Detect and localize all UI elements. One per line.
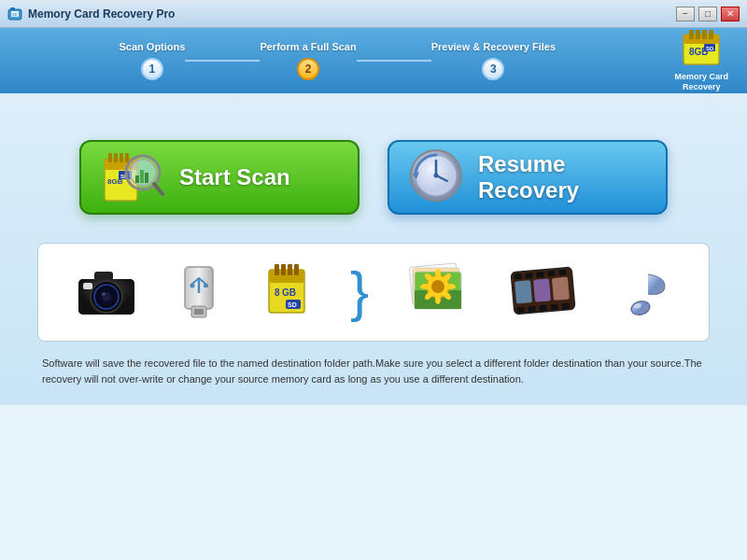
camera-icon [74, 262, 139, 322]
svg-rect-17 [120, 153, 123, 162]
photos-icon [403, 260, 473, 325]
logo-area: 8GB SD Memory CardRecovery [674, 30, 728, 92]
svg-rect-18 [125, 153, 129, 162]
svg-rect-15 [108, 153, 112, 162]
usb-drive-icon [174, 258, 225, 327]
step-3: Preview & Recovery Files 3 [431, 41, 556, 80]
svg-rect-56 [288, 264, 292, 275]
svg-line-24 [154, 184, 162, 194]
svg-point-67 [431, 280, 444, 293]
resume-recovery-button[interactable]: Resume Recovery [388, 140, 668, 215]
step-line-1 [185, 60, 260, 62]
svg-point-72 [435, 295, 441, 304]
main-content: 8GB SD Start Scan [0, 93, 747, 405]
start-scan-label: Start Scan [179, 164, 290, 190]
svg-point-50 [190, 284, 195, 288]
film-strip-icon [508, 260, 578, 325]
svg-text:8: 8 [275, 287, 280, 298]
svg-rect-25 [135, 175, 139, 183]
app-icon: SD [7, 7, 22, 21]
resume-icon [408, 147, 464, 203]
icons-panel: 8 GB SD } [37, 243, 710, 342]
step-2-circle: 2 [297, 58, 319, 80]
svg-rect-1 [10, 7, 15, 10]
svg-rect-16 [114, 153, 118, 162]
window-title: Memory Card Recovery Pro [28, 7, 676, 21]
svg-rect-55 [281, 264, 286, 275]
svg-rect-51 [204, 284, 208, 287]
scan-icon: 8GB SD [100, 140, 165, 219]
svg-text:GB: GB [282, 287, 296, 298]
step-3-circle: 3 [482, 58, 504, 80]
steps-container: Scan Options 1 Perform a Full Scan 2 Pre… [19, 41, 655, 80]
music-icon [613, 260, 673, 325]
svg-text:SD: SD [288, 301, 297, 308]
buttons-row: 8GB SD Start Scan [37, 140, 710, 215]
svg-rect-7 [696, 30, 700, 39]
svg-rect-83 [528, 305, 535, 312]
svg-rect-8 [702, 30, 707, 39]
svg-rect-57 [294, 264, 299, 275]
step-1-label: Scan Options [119, 41, 185, 52]
svg-rect-85 [550, 303, 557, 310]
svg-rect-36 [94, 272, 113, 281]
svg-rect-88 [533, 278, 551, 301]
svg-rect-54 [275, 264, 279, 275]
svg-rect-6 [689, 30, 694, 39]
svg-rect-86 [561, 302, 569, 309]
svg-rect-82 [516, 306, 524, 313]
svg-rect-89 [552, 276, 570, 300]
svg-rect-27 [145, 173, 148, 183]
step-line-2 [357, 60, 431, 62]
resume-icon-area [408, 147, 464, 207]
svg-text:SD: SD [706, 46, 714, 51]
maximize-button[interactable]: □ [698, 7, 717, 21]
step-2: Perform a Full Scan 2 [260, 41, 356, 80]
svg-rect-78 [525, 272, 532, 278]
svg-rect-79 [536, 271, 543, 277]
svg-rect-84 [539, 304, 546, 311]
logo-icon: 8GB SD [676, 30, 727, 72]
description-text: Software will save the recovered file to… [37, 356, 710, 386]
svg-rect-42 [83, 283, 92, 289]
logo-text: Memory CardRecovery [674, 72, 728, 92]
svg-point-74 [420, 284, 430, 289]
resume-recovery-label: Resume Recovery [478, 151, 647, 203]
minimize-button[interactable]: − [676, 7, 695, 21]
brace-separator: } [350, 264, 369, 320]
sd-card-icon: 8 GB SD [260, 262, 316, 322]
svg-rect-26 [140, 170, 144, 183]
scan-icon-area: 8GB SD [100, 140, 165, 215]
close-button[interactable]: ✕ [721, 7, 740, 21]
title-bar: SD Memory Card Recovery Pro − □ ✕ [0, 0, 747, 28]
svg-rect-9 [709, 30, 713, 39]
svg-rect-81 [558, 269, 566, 275]
svg-rect-80 [547, 270, 555, 276]
start-scan-button[interactable]: 8GB SD Start Scan [79, 140, 359, 215]
svg-point-70 [446, 284, 456, 289]
svg-rect-77 [514, 273, 521, 279]
step-2-label: Perform a Full Scan [260, 41, 356, 52]
svg-rect-46 [194, 309, 204, 315]
window-controls: − □ ✕ [676, 7, 740, 21]
svg-rect-5 [684, 35, 719, 44]
step-1: Scan Options 1 [119, 41, 185, 80]
svg-point-41 [102, 292, 106, 296]
svg-rect-87 [514, 280, 532, 303]
step-3-label: Preview & Recovery Files [431, 41, 556, 52]
svg-point-68 [435, 269, 441, 278]
svg-text:SD: SD [12, 12, 18, 17]
steps-bar: Scan Options 1 Perform a Full Scan 2 Pre… [0, 28, 747, 93]
svg-rect-53 [269, 270, 304, 283]
svg-point-32 [434, 174, 439, 178]
step-1-circle: 1 [141, 58, 163, 80]
